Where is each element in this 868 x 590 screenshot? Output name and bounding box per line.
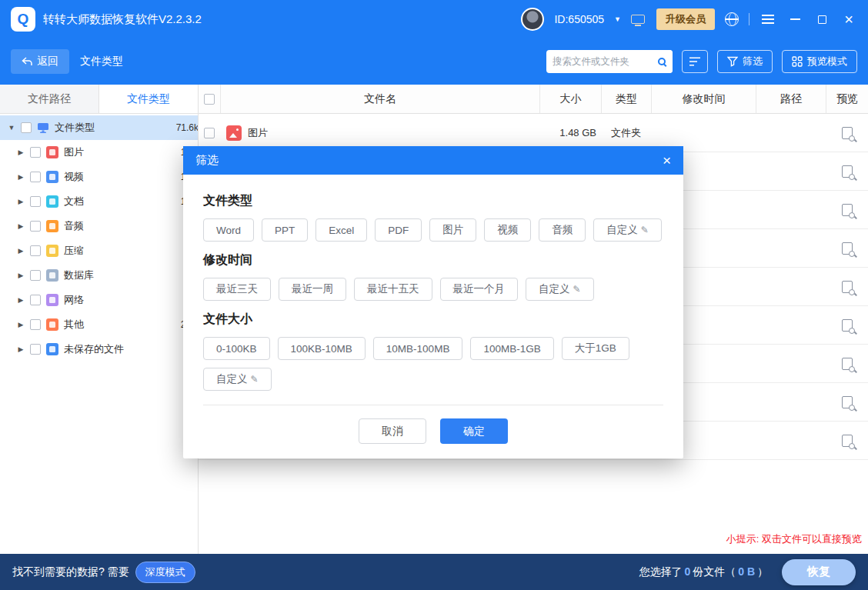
filter-chip-0-100kb[interactable]: 0-100KB (203, 337, 270, 360)
back-arrow-icon (22, 57, 32, 66)
file-type-tree: ▼ 文件类型 71.6k ▶ 图片 18.3 ▶ 视频 16.5 (0, 114, 198, 362)
checkbox[interactable] (30, 221, 41, 232)
preview-icon[interactable] (842, 242, 853, 255)
checkbox[interactable] (30, 147, 41, 158)
tree-item-unsaved[interactable]: ▶ 未保存的文件 1 (0, 337, 198, 362)
chevron-down-icon[interactable]: ▼ (614, 15, 621, 23)
back-button[interactable]: 返回 (11, 49, 69, 74)
column-preview[interactable]: 预览 (826, 85, 868, 113)
checkbox[interactable] (21, 122, 32, 133)
checkbox[interactable] (30, 196, 41, 207)
expander-icon[interactable]: ▶ (17, 272, 25, 279)
expander-icon[interactable]: ▶ (17, 148, 25, 156)
row-checkbox[interactable] (204, 128, 215, 138)
filter-button[interactable]: 筛选 (717, 50, 773, 73)
filter-chip-custom-type[interactable]: 自定义✎ (593, 218, 662, 242)
tree-item-label: 未保存的文件 (64, 342, 124, 356)
filter-chip-custom-time[interactable]: 自定义✎ (526, 278, 594, 301)
checkbox[interactable] (30, 319, 41, 330)
custom-label: 自定义 (539, 282, 570, 296)
deep-mode-button[interactable]: 深度模式 (135, 562, 195, 583)
filter-chip-video[interactable]: 视频 (484, 218, 531, 242)
tree-item-videos[interactable]: ▶ 视频 16.5 (0, 165, 198, 189)
filter-chip-excel[interactable]: Excel (315, 218, 367, 242)
filter-chip-pdf[interactable]: PDF (375, 218, 422, 242)
expander-icon[interactable]: ▶ (17, 296, 25, 304)
checkbox[interactable] (30, 270, 41, 281)
search-input[interactable] (546, 56, 651, 67)
column-filename[interactable]: 文件名 (220, 85, 539, 113)
filter-chip-100kb-10mb[interactable]: 100KB-10MB (278, 337, 366, 360)
recover-button[interactable]: 恢复 (782, 559, 856, 585)
sort-toggle-button[interactable] (682, 50, 708, 73)
documents-icon (46, 195, 58, 208)
device-icon[interactable] (631, 15, 645, 24)
filter-chip-word[interactable]: Word (203, 218, 254, 242)
cell-path (756, 114, 826, 152)
tree-item-audio[interactable]: ▶ 音频 14 (0, 214, 198, 238)
confirm-button[interactable]: 确定 (440, 418, 508, 444)
tree-item-archives[interactable]: ▶ 压缩 15 (0, 238, 198, 263)
column-path[interactable]: 路径 (756, 85, 826, 113)
expander-open-icon[interactable]: ▼ (8, 124, 15, 132)
checkbox[interactable] (30, 295, 41, 305)
filter-chip-100mb-1gb[interactable]: 100MB-1GB (470, 337, 553, 360)
preview-icon[interactable] (842, 165, 853, 178)
tree-root-file-type[interactable]: ▼ 文件类型 71.6k (0, 115, 198, 140)
checkbox[interactable] (30, 172, 41, 182)
filter-chip-last-15-days[interactable]: 最近十五天 (354, 278, 432, 301)
expander-icon[interactable]: ▶ (17, 321, 25, 328)
tree-item-documents[interactable]: ▶ 文档 13.3 (0, 189, 198, 214)
preview-icon[interactable] (842, 204, 853, 216)
filter-chip-ppt[interactable]: PPT (262, 218, 308, 242)
filter-chip-over-1gb[interactable]: 大于1GB (562, 337, 629, 360)
filter-chip-10mb-100mb[interactable]: 10MB-100MB (373, 337, 463, 360)
preview-icon[interactable] (842, 319, 853, 332)
column-type[interactable]: 类型 (601, 85, 651, 113)
preview-icon[interactable] (842, 281, 853, 293)
preview-icon[interactable] (842, 358, 853, 370)
titlebar-divider (749, 13, 749, 25)
column-modified[interactable]: 修改时间 (651, 85, 756, 113)
filter-chip-last-week[interactable]: 最近一周 (279, 278, 346, 301)
filter-chip-last-month[interactable]: 最近一个月 (440, 278, 519, 301)
dialog-close-button[interactable]: × (663, 153, 671, 168)
filter-chip-last-3-days[interactable]: 最近三天 (203, 278, 271, 301)
select-all-checkbox[interactable] (204, 94, 215, 105)
tree-item-images[interactable]: ▶ 图片 18.3 (0, 140, 198, 165)
filter-chip-custom-size[interactable]: 自定义✎ (203, 368, 272, 391)
footer-right: 您选择了0份文件（0 B） 恢复 (639, 559, 856, 585)
maximize-button[interactable] (813, 11, 830, 28)
column-size[interactable]: 大小 (539, 85, 601, 113)
preview-mode-button[interactable]: 预览模式 (782, 50, 857, 73)
expander-icon[interactable]: ▶ (17, 345, 25, 353)
search-box (546, 50, 673, 73)
checkbox[interactable] (30, 245, 41, 256)
globe-icon[interactable] (725, 12, 739, 26)
checkbox[interactable] (30, 344, 41, 355)
minimize-button[interactable] (786, 11, 803, 28)
selected-size: 0 B (738, 565, 755, 578)
tree-item-database[interactable]: ▶ 数据库 17 (0, 263, 198, 288)
expander-icon[interactable]: ▶ (17, 247, 25, 255)
tree-item-network[interactable]: ▶ 网络 15 (0, 288, 198, 312)
tree-item-other[interactable]: ▶ 其他 22.9 (0, 312, 198, 337)
expander-icon[interactable]: ▶ (17, 198, 25, 205)
tab-file-type[interactable]: 文件类型 (99, 85, 198, 113)
preview-icon[interactable] (842, 435, 853, 447)
preview-icon[interactable] (842, 127, 853, 139)
cell-preview (826, 191, 868, 228)
expander-icon[interactable]: ▶ (17, 173, 25, 181)
upgrade-member-button[interactable]: 升级会员 (656, 8, 715, 30)
filter-chip-image[interactable]: 图片 (429, 218, 476, 242)
close-button[interactable]: × (840, 11, 857, 28)
menu-button[interactable] (760, 11, 776, 28)
filter-chip-audio[interactable]: 音频 (539, 218, 586, 242)
cancel-button[interactable]: 取消 (359, 418, 426, 444)
search-button[interactable] (651, 50, 673, 73)
expander-icon[interactable]: ▶ (17, 222, 25, 230)
cell-preview (826, 229, 868, 267)
preview-icon[interactable] (842, 396, 853, 408)
avatar[interactable] (521, 8, 544, 31)
tab-file-path[interactable]: 文件路径 (0, 85, 99, 113)
